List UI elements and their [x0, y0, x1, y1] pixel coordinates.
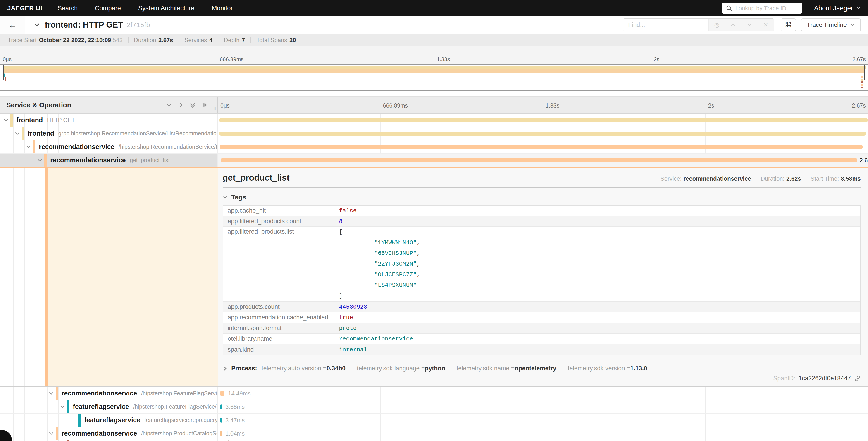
- span-row-timeline-cell[interactable]: 1.04ms: [218, 427, 868, 440]
- service-color-bar: [22, 127, 24, 140]
- trace-title: frontend: HTTP GET: [45, 20, 123, 30]
- span-duration-tick[interactable]: [220, 431, 222, 436]
- process-accordion-header[interactable]: Process:: [223, 365, 257, 372]
- collapse-all-icon[interactable]: [190, 102, 195, 108]
- tick-label: 1.33s: [434, 56, 450, 62]
- back-button[interactable]: ←: [0, 16, 25, 33]
- nav-right: About Jaeger: [722, 3, 861, 13]
- keyboard-shortcuts-button[interactable]: ⌘: [781, 18, 796, 31]
- span-row-name-cell[interactable]: frontendgrpc.hipstershop.RecommendationS…: [0, 127, 218, 140]
- deep-link-icon[interactable]: [854, 375, 861, 382]
- process-separator: [351, 365, 351, 372]
- find-next-icon[interactable]: [741, 19, 757, 31]
- app-logo[interactable]: JAEGER UI: [7, 4, 42, 12]
- span-row-timeline-cell[interactable]: 2.62s: [218, 154, 868, 167]
- span-children-collapse-icon[interactable]: [37, 157, 43, 163]
- nav-item-monitor[interactable]: Monitor: [212, 4, 232, 12]
- span-operation-name: get_product_list: [130, 157, 170, 164]
- span-row-name-cell[interactable]: recommendationservice/hipstershop.Featur…: [0, 387, 218, 400]
- nav-item-search[interactable]: Search: [58, 4, 78, 12]
- trace-title-collapse-icon[interactable]: [33, 22, 40, 28]
- tags-table: app.cache_hitfalseapp.filtered_products.…: [223, 205, 861, 355]
- find-prev-icon[interactable]: [725, 19, 741, 31]
- tag-row: internal.span.formatproto: [223, 323, 860, 334]
- span-row: featureflagservice/hipstershop.FeatureFl…: [0, 400, 868, 414]
- tick-label: 2.67s: [849, 102, 868, 109]
- find-focus-icon[interactable]: ◎: [709, 19, 725, 31]
- span-duration-bar[interactable]: [220, 145, 863, 149]
- span-duration-bar[interactable]: [221, 158, 857, 162]
- tags-accordion-header[interactable]: Tags: [223, 194, 861, 201]
- span-duration-label: 14.49ms: [228, 390, 251, 397]
- expand-one-icon[interactable]: [178, 102, 184, 108]
- span-detail-indent-column: [0, 168, 218, 386]
- tag-key: app.cache_hit: [223, 207, 339, 214]
- span-children-collapse-icon[interactable]: [25, 144, 32, 150]
- tag-row: span.kindinternal: [223, 344, 860, 355]
- minimap-canvas[interactable]: [0, 64, 868, 91]
- trace-lookup-input[interactable]: [735, 5, 798, 12]
- summary-stat-label: Services: [184, 37, 207, 44]
- span-row-name-cell[interactable]: featureflagservicefeatureflagservice.rep…: [0, 414, 218, 427]
- span-row-timeline-cell[interactable]: 3.68ms: [218, 400, 868, 413]
- span-id-value: 1ca2262df0e18447: [799, 375, 851, 382]
- span-rows-top: frontendHTTP GETfrontendgrpc.hipstershop…: [0, 114, 868, 167]
- process-label: Process:: [231, 365, 257, 372]
- span-duration-bar[interactable]: [219, 131, 866, 136]
- span-row-name-cell[interactable]: recommendationserviceget_product_list: [0, 154, 218, 167]
- span-duration-tick[interactable]: [220, 418, 222, 423]
- process-separator: [451, 365, 451, 372]
- minimap-drag-handle[interactable]: [864, 65, 865, 80]
- span-children-collapse-icon[interactable]: [48, 391, 54, 396]
- span-children-collapse-icon[interactable]: [48, 431, 54, 436]
- minimap-span-mark: [861, 76, 864, 78]
- span-children-collapse-icon[interactable]: [14, 131, 20, 136]
- span-row-timeline-cell[interactable]: [218, 114, 868, 126]
- tag-key: app.filtered_products.list: [223, 227, 339, 235]
- nav-item-system-architecture[interactable]: System Architecture: [138, 4, 194, 12]
- column-resizer[interactable]: ‖: [214, 107, 216, 111]
- span-row-timeline-cell[interactable]: [218, 140, 868, 153]
- minimap-drag-handle[interactable]: [3, 65, 4, 80]
- find-input[interactable]: [623, 19, 708, 31]
- span-duration-tick[interactable]: [220, 391, 224, 396]
- span-detail-region: get_product_list Service:recommendations…: [0, 167, 868, 387]
- summary-stat-label: Depth: [224, 37, 239, 44]
- span-duration-bar[interactable]: [219, 118, 868, 122]
- tick-label: 2s: [651, 56, 659, 62]
- span-row: recommendationservice/hipstershop.Featur…: [0, 387, 868, 400]
- span-row-timeline-cell[interactable]: [218, 127, 868, 140]
- chevron-down-icon: [223, 195, 228, 200]
- span-row-name-cell[interactable]: recommendationservice/hipstershop.Produc…: [0, 427, 218, 440]
- span-row-name-cell[interactable]: recommendationservice/hipstershop.Recomm…: [0, 140, 218, 153]
- expand-all-icon[interactable]: [202, 102, 207, 108]
- find-clear-icon[interactable]: ✕: [757, 19, 774, 31]
- span-service-name: frontend: [28, 130, 54, 137]
- span-id-label: SpanID:: [773, 375, 795, 382]
- nav-item-compare[interactable]: Compare: [95, 4, 121, 12]
- span-row-name-cell[interactable]: frontendHTTP GET: [0, 114, 218, 126]
- span-children-collapse-icon[interactable]: [59, 404, 66, 410]
- span-row-timeline-cell[interactable]: 3.47ms: [218, 414, 868, 427]
- tick-label: 666.89ms: [217, 56, 244, 62]
- trace-view-label: Trace Timeline: [807, 22, 847, 29]
- trace-start-label: Trace Start: [8, 37, 37, 44]
- summary-separator: [250, 37, 251, 43]
- span-row: frontendHTTP GET: [0, 114, 868, 127]
- span-row-name-cell[interactable]: featureflagservice/hipstershop.FeatureFl…: [0, 400, 218, 413]
- minimap-span-mark: [861, 79, 864, 81]
- about-jaeger-menu[interactable]: About Jaeger: [814, 4, 861, 12]
- service-color-bar: [67, 400, 69, 413]
- span-children-collapse-icon[interactable]: [3, 117, 9, 123]
- span-duration-tick[interactable]: [220, 404, 222, 409]
- span-row-timeline-cell[interactable]: 14.49ms: [218, 387, 868, 400]
- process-value: opentelemetry: [515, 365, 556, 372]
- trace-view-selector[interactable]: Trace Timeline: [801, 18, 861, 31]
- span-rows-bottom: recommendationservice/hipstershop.Featur…: [0, 387, 868, 441]
- nav-menu: SearchCompareSystem ArchitectureMonitor: [58, 4, 722, 12]
- span-service-name: recommendationservice: [62, 390, 137, 397]
- span-service-name: featureflagservice: [84, 416, 140, 424]
- span-operation-name: featureflagservice.repo.query:fe...: [144, 417, 218, 423]
- collapse-one-icon[interactable]: [166, 102, 172, 108]
- minimap-span-mark: [5, 78, 6, 81]
